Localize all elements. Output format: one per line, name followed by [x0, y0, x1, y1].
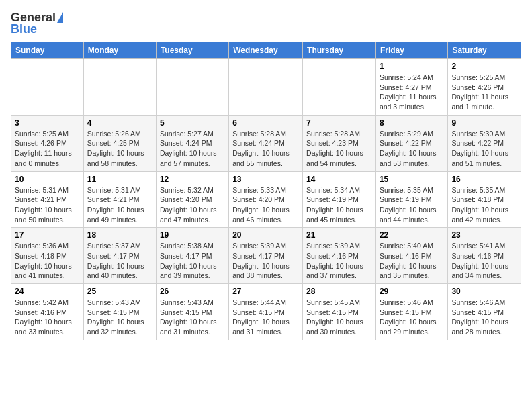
calendar-day-cell: 26Sunrise: 5:43 AMSunset: 4:15 PMDayligh… — [156, 284, 228, 340]
calendar-day-cell: 27Sunrise: 5:44 AMSunset: 4:15 PMDayligh… — [229, 284, 303, 340]
day-info: Sunrise: 5:45 AMSunset: 4:15 PMDaylight:… — [306, 298, 372, 337]
calendar-day-cell — [156, 59, 228, 116]
day-number: 5 — [160, 118, 225, 128]
day-number: 22 — [380, 230, 444, 240]
day-number: 10 — [15, 175, 80, 184]
page-header: General Blue — [11, 11, 521, 36]
day-number: 3 — [15, 118, 80, 128]
calendar-day-cell: 12Sunrise: 5:32 AMSunset: 4:20 PMDayligh… — [156, 171, 228, 228]
calendar-day-cell: 7Sunrise: 5:28 AMSunset: 4:23 PMDaylight… — [303, 115, 376, 171]
calendar-day-cell: 25Sunrise: 5:43 AMSunset: 4:15 PMDayligh… — [83, 284, 156, 340]
calendar-week-row: 1Sunrise: 5:24 AMSunset: 4:27 PMDaylight… — [11, 59, 521, 116]
day-info: Sunrise: 5:28 AMSunset: 4:23 PMDaylight:… — [306, 129, 372, 169]
day-of-week-header: Saturday — [448, 42, 521, 59]
day-info: Sunrise: 5:25 AMSunset: 4:26 PMDaylight:… — [451, 73, 517, 112]
calendar-table: SundayMondayTuesdayWednesdayThursdayFrid… — [11, 42, 521, 340]
calendar-week-row: 17Sunrise: 5:36 AMSunset: 4:18 PMDayligh… — [11, 228, 521, 284]
day-info: Sunrise: 5:27 AMSunset: 4:24 PMDaylight:… — [160, 129, 225, 169]
day-info: Sunrise: 5:34 AMSunset: 4:19 PMDaylight:… — [306, 185, 372, 225]
calendar-day-cell: 20Sunrise: 5:39 AMSunset: 4:17 PMDayligh… — [229, 228, 303, 284]
day-number: 11 — [87, 175, 152, 184]
day-of-week-header: Monday — [83, 42, 156, 59]
day-number: 6 — [232, 118, 299, 128]
calendar-week-row: 10Sunrise: 5:31 AMSunset: 4:21 PMDayligh… — [11, 171, 521, 228]
day-number: 4 — [87, 118, 152, 128]
calendar-week-row: 24Sunrise: 5:42 AMSunset: 4:16 PMDayligh… — [11, 284, 521, 340]
day-of-week-header: Friday — [375, 42, 447, 59]
logo-triangle-icon — [57, 12, 63, 23]
calendar-day-cell: 6Sunrise: 5:28 AMSunset: 4:24 PMDaylight… — [229, 115, 303, 171]
logo-blue-text: Blue — [11, 22, 37, 36]
calendar-day-cell: 2Sunrise: 5:25 AMSunset: 4:26 PMDaylight… — [448, 59, 521, 116]
day-number: 18 — [87, 230, 152, 240]
day-number: 8 — [380, 118, 444, 128]
day-info: Sunrise: 5:46 AMSunset: 4:15 PMDaylight:… — [451, 298, 517, 337]
day-number: 2 — [451, 62, 517, 71]
calendar-week-row: 3Sunrise: 5:25 AMSunset: 4:26 PMDaylight… — [11, 115, 521, 171]
calendar-day-cell: 17Sunrise: 5:36 AMSunset: 4:18 PMDayligh… — [11, 228, 84, 284]
calendar-day-cell: 23Sunrise: 5:41 AMSunset: 4:16 PMDayligh… — [448, 228, 521, 284]
calendar-day-cell — [11, 59, 84, 116]
day-info: Sunrise: 5:39 AMSunset: 4:17 PMDaylight:… — [232, 241, 299, 281]
day-number: 20 — [232, 230, 299, 240]
day-of-week-header: Tuesday — [156, 42, 228, 59]
calendar-day-cell: 3Sunrise: 5:25 AMSunset: 4:26 PMDaylight… — [11, 115, 84, 171]
calendar-day-cell: 8Sunrise: 5:29 AMSunset: 4:22 PMDaylight… — [375, 115, 447, 171]
day-number: 28 — [306, 287, 372, 296]
day-number: 1 — [380, 62, 444, 71]
day-of-week-header: Wednesday — [229, 42, 303, 59]
day-number: 17 — [15, 230, 80, 240]
day-info: Sunrise: 5:35 AMSunset: 4:19 PMDaylight:… — [380, 185, 444, 225]
day-number: 13 — [232, 175, 299, 184]
day-number: 12 — [160, 175, 225, 184]
day-number: 21 — [306, 230, 372, 240]
day-info: Sunrise: 5:35 AMSunset: 4:18 PMDaylight:… — [451, 185, 517, 225]
day-number: 26 — [160, 287, 225, 296]
day-info: Sunrise: 5:39 AMSunset: 4:16 PMDaylight:… — [306, 241, 372, 281]
calendar-day-cell: 22Sunrise: 5:40 AMSunset: 4:16 PMDayligh… — [375, 228, 447, 284]
day-info: Sunrise: 5:41 AMSunset: 4:16 PMDaylight:… — [451, 241, 517, 281]
day-info: Sunrise: 5:24 AMSunset: 4:27 PMDaylight:… — [380, 73, 444, 112]
day-of-week-header: Sunday — [11, 42, 84, 59]
calendar-day-cell: 21Sunrise: 5:39 AMSunset: 4:16 PMDayligh… — [303, 228, 376, 284]
day-info: Sunrise: 5:43 AMSunset: 4:15 PMDaylight:… — [160, 298, 225, 337]
day-number: 25 — [87, 287, 152, 296]
day-number: 7 — [306, 118, 372, 128]
day-info: Sunrise: 5:36 AMSunset: 4:18 PMDaylight:… — [15, 241, 80, 281]
header-row: SundayMondayTuesdayWednesdayThursdayFrid… — [11, 42, 521, 59]
day-number: 14 — [306, 175, 372, 184]
day-number: 16 — [451, 175, 517, 184]
day-info: Sunrise: 5:33 AMSunset: 4:20 PMDaylight:… — [232, 185, 299, 225]
calendar-day-cell: 1Sunrise: 5:24 AMSunset: 4:27 PMDaylight… — [375, 59, 447, 116]
calendar-day-cell — [229, 59, 303, 116]
day-info: Sunrise: 5:46 AMSunset: 4:15 PMDaylight:… — [380, 298, 444, 337]
day-info: Sunrise: 5:40 AMSunset: 4:16 PMDaylight:… — [380, 241, 444, 281]
calendar-day-cell: 30Sunrise: 5:46 AMSunset: 4:15 PMDayligh… — [448, 284, 521, 340]
day-info: Sunrise: 5:25 AMSunset: 4:26 PMDaylight:… — [15, 129, 80, 169]
day-info: Sunrise: 5:29 AMSunset: 4:22 PMDaylight:… — [380, 129, 444, 169]
calendar-day-cell: 24Sunrise: 5:42 AMSunset: 4:16 PMDayligh… — [11, 284, 84, 340]
calendar-day-cell: 5Sunrise: 5:27 AMSunset: 4:24 PMDaylight… — [156, 115, 228, 171]
calendar-day-cell — [83, 59, 156, 116]
day-info: Sunrise: 5:31 AMSunset: 4:21 PMDaylight:… — [15, 185, 80, 225]
day-number: 9 — [451, 118, 517, 128]
calendar-day-cell: 28Sunrise: 5:45 AMSunset: 4:15 PMDayligh… — [303, 284, 376, 340]
calendar-day-cell: 9Sunrise: 5:30 AMSunset: 4:22 PMDaylight… — [448, 115, 521, 171]
calendar-day-cell: 18Sunrise: 5:37 AMSunset: 4:17 PMDayligh… — [83, 228, 156, 284]
calendar-day-cell — [303, 59, 376, 116]
day-number: 23 — [451, 230, 517, 240]
day-info: Sunrise: 5:26 AMSunset: 4:25 PMDaylight:… — [87, 129, 152, 169]
day-of-week-header: Thursday — [303, 42, 376, 59]
calendar-day-cell: 19Sunrise: 5:38 AMSunset: 4:17 PMDayligh… — [156, 228, 228, 284]
day-number: 24 — [15, 287, 80, 296]
calendar-day-cell: 10Sunrise: 5:31 AMSunset: 4:21 PMDayligh… — [11, 171, 84, 228]
day-info: Sunrise: 5:44 AMSunset: 4:15 PMDaylight:… — [232, 298, 299, 337]
day-info: Sunrise: 5:30 AMSunset: 4:22 PMDaylight:… — [451, 129, 517, 169]
day-info: Sunrise: 5:43 AMSunset: 4:15 PMDaylight:… — [87, 298, 152, 337]
day-number: 15 — [380, 175, 444, 184]
day-info: Sunrise: 5:32 AMSunset: 4:20 PMDaylight:… — [160, 185, 225, 225]
calendar-day-cell: 29Sunrise: 5:46 AMSunset: 4:15 PMDayligh… — [375, 284, 447, 340]
day-number: 19 — [160, 230, 225, 240]
day-info: Sunrise: 5:42 AMSunset: 4:16 PMDaylight:… — [15, 298, 80, 337]
calendar-day-cell: 13Sunrise: 5:33 AMSunset: 4:20 PMDayligh… — [229, 171, 303, 228]
